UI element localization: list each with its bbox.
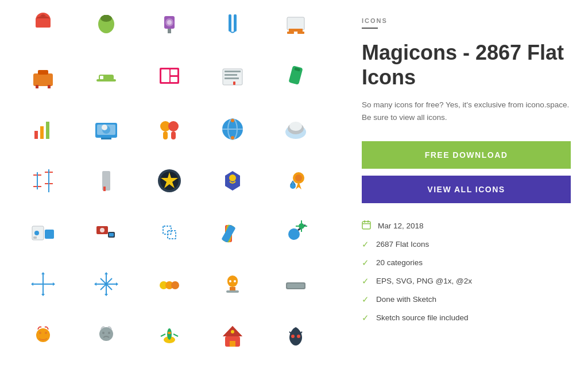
svg-rect-138 [368,220,369,223]
svg-rect-14 [287,32,294,34]
grid-icon-5 [276,6,316,46]
svg-point-64 [229,174,236,181]
product-description: So many icons for free? Yes, it's exclus… [362,99,571,123]
meta-list: Mar 12, 2018 ✓ 2687 Flat Icons ✓ 20 cate… [362,220,571,323]
category-underline [362,28,378,29]
check-icon-2: ✓ [362,258,369,268]
svg-point-43 [168,121,179,131]
grid-icon-7 [86,57,126,98]
svg-marker-95 [41,272,45,274]
svg-rect-137 [364,220,365,223]
grid-icon-30 [276,264,316,304]
svg-rect-130 [230,341,235,347]
product-title: Magicons - 2867 Flat Icons [362,40,571,90]
grid-icon-24 [212,212,253,253]
grid-icon-27 [86,264,126,304]
svg-point-49 [231,119,234,122]
meta-sketch: ✓ Done with Sketch [362,294,571,305]
detail-panel: ICONS Magicons - 2867 Flat Icons So many… [339,0,588,392]
meta-source: ✓ Sketch source file included [362,313,571,323]
grid-icon-20 [276,161,316,201]
svg-rect-22 [100,76,103,79]
svg-point-135 [297,335,300,338]
svg-point-53 [289,122,302,131]
svg-rect-13 [289,29,303,32]
svg-rect-77 [109,233,114,236]
svg-rect-36 [46,122,49,139]
svg-marker-93 [31,282,33,286]
svg-rect-136 [362,222,370,229]
svg-point-41 [102,125,107,130]
svg-rect-5 [103,15,109,18]
check-icon-4: ✓ [362,294,369,305]
svg-rect-17 [38,70,48,75]
grid-icon-19 [212,161,253,201]
grid-icon-23 [149,212,189,253]
svg-rect-35 [40,126,44,139]
svg-rect-30 [225,77,239,79]
svg-rect-111 [226,290,239,293]
svg-line-124 [161,334,165,336]
svg-rect-24 [161,69,169,82]
grid-icon-35 [276,316,316,356]
svg-point-75 [100,228,105,232]
svg-rect-12 [287,17,304,30]
svg-rect-115 [287,284,304,288]
grid-icon-22 [86,212,126,253]
svg-point-112 [229,280,231,282]
grid-icon-2 [86,6,126,46]
meta-count-text: 2687 Flat Icons [376,240,429,249]
icon-grid [0,0,339,392]
svg-rect-2 [36,18,51,28]
svg-rect-39 [101,138,111,139]
svg-rect-69 [45,230,54,239]
svg-rect-11 [234,14,237,32]
svg-rect-109 [227,275,238,287]
grid-icon-21 [23,212,63,253]
svg-rect-34 [34,131,38,139]
svg-point-50 [231,136,234,139]
calendar-icon [362,220,371,231]
svg-point-120 [102,332,105,334]
svg-point-108 [171,281,179,289]
svg-point-66 [295,174,302,181]
meta-sketch-text: Done with Sketch [376,295,436,304]
category-label: ICONS [362,17,571,24]
svg-point-134 [291,335,295,338]
view-all-icons-button[interactable]: VIEW ALL ICONS [362,176,571,203]
grid-icon-12 [86,109,126,149]
grid-icon-11 [23,109,63,149]
grid-icon-33 [149,316,189,356]
free-download-button[interactable]: FREE DOWNLOAD [362,141,571,169]
svg-point-117 [39,332,41,334]
svg-point-121 [108,332,110,334]
svg-point-8 [167,20,172,25]
check-icon-5: ✓ [362,313,369,323]
svg-point-118 [45,332,47,334]
svg-rect-25 [171,69,177,75]
svg-marker-101 [105,272,108,274]
svg-point-126 [168,332,171,334]
grid-icon-10 [276,57,316,98]
grid-icon-4 [212,6,253,46]
svg-rect-19 [48,85,51,88]
svg-rect-83 [221,224,235,243]
grid-icon-6 [23,57,63,98]
grid-icon-25 [276,212,316,253]
grid-icon-32 [86,316,126,356]
svg-rect-44 [163,131,168,139]
svg-point-70 [34,231,39,235]
svg-point-113 [234,280,236,282]
grid-icon-28 [149,264,189,304]
meta-formats-text: EPS, SVG, PNG @1x, @2x [376,277,472,285]
check-icon-3: ✓ [362,276,369,286]
grid-icon-34 [212,316,253,356]
meta-date: Mar 12, 2018 [362,220,571,231]
svg-rect-10 [229,14,231,32]
grid-icon-8 [149,57,189,98]
svg-rect-28 [225,71,241,72]
meta-categories: ✓ 20 categories [362,258,571,268]
grid-icon-15 [276,109,316,149]
meta-source-text: Sketch source file included [376,313,469,322]
grid-icon-9 [212,57,253,98]
